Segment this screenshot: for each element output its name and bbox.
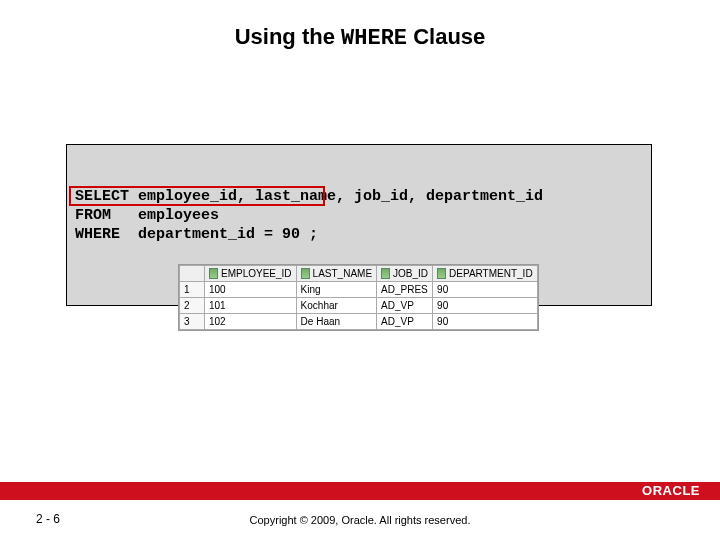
result-header-row: EMPLOYEE_ID LAST_NAME JOB_ID DEPARTMENT_… [180, 266, 538, 282]
column-icon [301, 268, 310, 279]
cell-job-id: AD_VP [377, 298, 433, 314]
sql-line-2: FROM employees [75, 206, 643, 225]
table-row: 3 102 De Haan AD_VP 90 [180, 314, 538, 330]
cell-job-id: AD_PRES [377, 282, 433, 298]
cell-employee-id: 100 [205, 282, 297, 298]
cell-department-id: 90 [433, 282, 538, 298]
title-text-post: Clause [407, 24, 485, 49]
col-header-employee-id: EMPLOYEE_ID [205, 266, 297, 282]
slide-title: Using the WHERE Clause [0, 24, 720, 51]
result-table: EMPLOYEE_ID LAST_NAME JOB_ID DEPARTMENT_… [179, 265, 538, 330]
cell-last-name: Kochhar [296, 298, 376, 314]
cell-department-id: 90 [433, 298, 538, 314]
cell-employee-id: 101 [205, 298, 297, 314]
sql-line-3: WHERE department_id = 90 ; [75, 225, 643, 244]
column-icon [437, 268, 446, 279]
footer-red-bar [0, 482, 720, 500]
rownum-cell: 2 [180, 298, 205, 314]
rownum-cell: 1 [180, 282, 205, 298]
result-grid: EMPLOYEE_ID LAST_NAME JOB_ID DEPARTMENT_… [178, 264, 539, 331]
column-icon [209, 268, 218, 279]
where-highlight-box [69, 186, 325, 206]
rownum-header [180, 266, 205, 282]
rownum-cell: 3 [180, 314, 205, 330]
cell-job-id: AD_VP [377, 314, 433, 330]
table-row: 2 101 Kochhar AD_VP 90 [180, 298, 538, 314]
title-code: WHERE [341, 26, 407, 51]
table-row: 1 100 King AD_PRES 90 [180, 282, 538, 298]
copyright-text: Copyright © 2009, Oracle. All rights res… [0, 514, 720, 526]
title-text-pre: Using the [235, 24, 341, 49]
col-header-department-id: DEPARTMENT_ID [433, 266, 538, 282]
col-header-label: JOB_ID [393, 268, 428, 279]
col-header-label: DEPARTMENT_ID [449, 268, 533, 279]
column-icon [381, 268, 390, 279]
slide: Using the WHERE Clause SELECT employee_i… [0, 0, 720, 540]
cell-last-name: King [296, 282, 376, 298]
cell-employee-id: 102 [205, 314, 297, 330]
col-header-label: EMPLOYEE_ID [221, 268, 292, 279]
col-header-label: LAST_NAME [313, 268, 372, 279]
cell-department-id: 90 [433, 314, 538, 330]
cell-last-name: De Haan [296, 314, 376, 330]
col-header-job-id: JOB_ID [377, 266, 433, 282]
col-header-last-name: LAST_NAME [296, 266, 376, 282]
oracle-logo: ORACLE [642, 483, 700, 498]
